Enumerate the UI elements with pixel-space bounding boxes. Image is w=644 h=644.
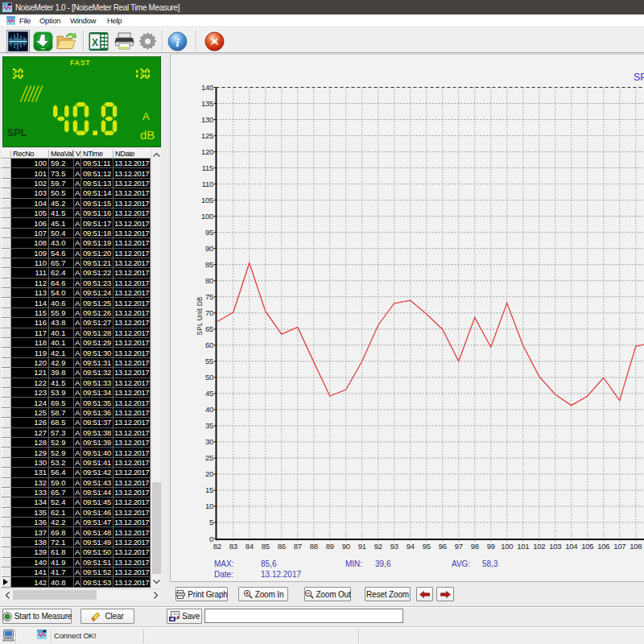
- menu-bar: File Option Window Help: [0, 14, 644, 27]
- clear-button[interactable]: Clear: [80, 609, 134, 624]
- info-icon[interactable]: i: [167, 31, 188, 52]
- table-cell: A: [74, 348, 81, 357]
- table-row[interactable]: 10059.2A09:51:1113.12.2017: [2, 159, 151, 168]
- table-row[interactable]: 10541.5A09:51:1613.12.2017: [2, 208, 151, 218]
- svg-text:45: 45: [205, 389, 213, 398]
- save-button[interactable]: Save: [167, 609, 202, 624]
- table-row[interactable]: 11555.9A09:51:2613.12.2017: [2, 308, 151, 318]
- table-cell: 119: [11, 348, 49, 357]
- table-row[interactable]: 12042.9A09:51:3113.12.2017: [2, 358, 151, 368]
- table-horizontal-scrollbar[interactable]: [2, 588, 161, 601]
- close-red-icon[interactable]: [204, 31, 225, 52]
- table-row[interactable]: 13769.8A09:51:4813.12.2017: [2, 527, 151, 537]
- table-row[interactable]: 10259.7A09:51:1313.12.2017: [2, 179, 151, 188]
- table-cell: A: [74, 518, 81, 527]
- table-cell: 13.12.2017: [114, 508, 151, 518]
- table-row[interactable]: 11354.0A09:51:2413.12.2017: [2, 288, 151, 298]
- table-row[interactable]: 12852.9A09:51:3913.12.2017: [2, 438, 151, 448]
- header-meaval[interactable]: MeaVal: [49, 150, 74, 159]
- table-row[interactable]: 13452.4A09:51:4513.12.2017: [2, 497, 151, 507]
- table-row[interactable]: 11264.6A09:51:2313.12.2017: [2, 279, 151, 288]
- table-row[interactable]: 11643.8A09:51:2713.12.2017: [2, 318, 151, 328]
- zoom-out-button[interactable]: Zoom Out: [304, 587, 351, 601]
- zoom-in-button[interactable]: Zoom In: [238, 587, 288, 601]
- table-row[interactable]: 12469.5A09:51:3513.12.2017: [2, 398, 151, 407]
- table-row[interactable]: 13961.8A09:51:5013.12.2017: [2, 547, 151, 557]
- table-row[interactable]: 13642.2A09:51:4713.12.2017: [2, 518, 151, 527]
- svg-text:101: 101: [517, 542, 529, 551]
- table-row[interactable]: 10350.5A09:51:1413.12.2017: [2, 188, 151, 198]
- menu-option[interactable]: Option: [39, 16, 60, 25]
- menu-help[interactable]: Help: [107, 16, 122, 25]
- table-row[interactable]: 10843.0A09:51:1913.12.2017: [2, 238, 151, 248]
- header-ndate[interactable]: NDate: [114, 150, 151, 159]
- table-row[interactable]: 11065.7A09:51:2113.12.2017: [2, 258, 151, 268]
- table-row[interactable]: 10645.1A09:51:1713.12.2017: [2, 218, 151, 228]
- table-row[interactable]: 13156.4A09:51:4213.12.2017: [2, 468, 151, 477]
- header-recno[interactable]: RecNo: [11, 150, 49, 159]
- table-row[interactable]: 10954.6A09:51:2013.12.2017: [2, 249, 151, 258]
- table-row[interactable]: 14141.7A09:51:5213.12.2017: [2, 568, 151, 577]
- menu-file[interactable]: File: [19, 16, 31, 25]
- table-row[interactable]: 12952.9A09:51:4013.12.2017: [2, 448, 151, 457]
- export-green-icon[interactable]: ▪▪▪: [33, 31, 53, 52]
- table-row[interactable]: 12353.9A09:51:3413.12.2017: [2, 388, 151, 398]
- table-row[interactable]: 13562.1A09:51:4613.12.2017: [2, 508, 151, 518]
- printer-icon[interactable]: [114, 31, 134, 52]
- reset-zoom-button[interactable]: Reset Zoom: [365, 587, 411, 601]
- table-row[interactable]: 13365.7A09:51:4413.12.2017: [2, 488, 151, 497]
- table-row[interactable]: 13259.0A09:51:4313.12.2017: [2, 478, 151, 488]
- scroll-chart-left-button[interactable]: [416, 587, 433, 601]
- scroll-thumb[interactable]: [13, 590, 97, 600]
- print-graph-button[interactable]: Print Graph: [175, 587, 228, 601]
- row-indicator: [2, 508, 11, 518]
- table-row[interactable]: 11440.6A09:51:2513.12.2017: [2, 298, 151, 308]
- gear-icon[interactable]: [138, 31, 158, 52]
- table-cell: 13.12.2017: [114, 318, 151, 328]
- row-indicator: [2, 558, 11, 568]
- waveform-icon[interactable]: [8, 31, 28, 52]
- table-row[interactable]: 11162.4A09:51:2213.12.2017: [2, 268, 151, 278]
- header-ntime[interactable]: NTime: [81, 150, 114, 159]
- table-row[interactable]: 13053.2A09:51:4113.12.2017: [2, 458, 151, 468]
- scroll-left-button[interactable]: [2, 589, 13, 601]
- table-row[interactable]: 12668.5A09:51:3713.12.2017: [2, 418, 151, 427]
- scroll-thumb[interactable]: [152, 482, 161, 574]
- table-row[interactable]: 11942.1A09:51:3013.12.2017: [2, 348, 151, 357]
- svg-text:107: 107: [613, 542, 625, 551]
- menu-window[interactable]: Window: [70, 16, 96, 25]
- svg-text:92: 92: [374, 542, 382, 551]
- table-row[interactable]: 10750.4A09:51:1813.12.2017: [2, 229, 151, 238]
- scroll-up-button[interactable]: [151, 150, 162, 160]
- table-row[interactable]: 13872.1A09:51:4913.12.2017: [2, 538, 151, 547]
- table-row[interactable]: 10173.5A09:51:1213.12.2017: [2, 168, 151, 178]
- table-row[interactable]: 11840.1A09:51:2913.12.2017: [2, 338, 151, 348]
- table-cell: A: [74, 508, 81, 518]
- scroll-down-button[interactable]: [151, 576, 162, 587]
- table-row[interactable]: 11740.1A09:51:2813.12.2017: [2, 328, 151, 338]
- table-cell: 41.9: [49, 558, 74, 568]
- start-measure-button[interactable]: Start to Measure: [2, 609, 72, 624]
- table-row[interactable]: 12139.8A09:51:3213.12.2017: [2, 368, 151, 378]
- scroll-right-button[interactable]: [150, 589, 161, 601]
- window-title: NoiseMeter 1.0 - [NoiseMeter Real Time M…: [15, 3, 180, 12]
- table-cell: 129: [11, 448, 49, 457]
- save-filename-input[interactable]: [204, 609, 403, 623]
- table-cell: 13.12.2017: [114, 558, 151, 568]
- table-row[interactable]: 14240.8A09:51:5313.12.2017: [2, 577, 151, 587]
- table-row[interactable]: 10445.2A09:51:1513.12.2017: [2, 199, 151, 208]
- row-indicator: [2, 188, 11, 198]
- table-row[interactable]: 12558.7A09:51:3613.12.2017: [2, 408, 151, 418]
- excel-icon[interactable]: X: [89, 31, 109, 52]
- table-vertical-scrollbar[interactable]: [151, 150, 161, 588]
- header-v[interactable]: V: [74, 150, 81, 159]
- table-row[interactable]: 12757.3A09:51:3813.12.2017: [2, 428, 151, 438]
- open-folder-icon[interactable]: [56, 31, 76, 52]
- row-indicator: [2, 199, 11, 208]
- table-row[interactable]: 14041.9A09:51:5113.12.2017: [2, 558, 151, 568]
- scroll-chart-right-button[interactable]: [436, 587, 454, 601]
- table-cell: 40.8: [49, 577, 74, 587]
- table-cell: 09:51:37: [81, 418, 114, 427]
- table-row[interactable]: 12241.5A09:51:3313.12.2017: [2, 378, 151, 388]
- table-cell: 09:51:49: [81, 538, 114, 547]
